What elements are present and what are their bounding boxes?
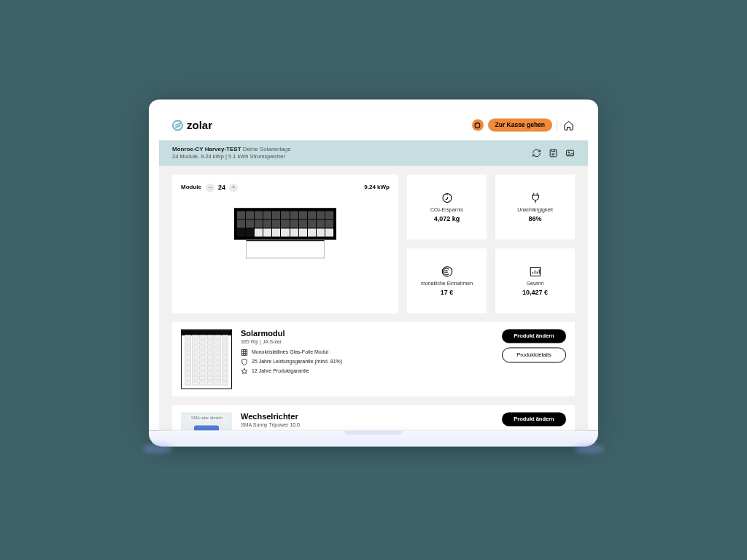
brand-icon (172, 120, 183, 131)
svg-rect-6 (530, 267, 541, 276)
product-feature: Monokristallines Glas-Folie Modul (241, 349, 493, 356)
module-count: 24 (218, 184, 225, 191)
brand-logo[interactable]: zolar (172, 119, 212, 131)
stat-independence-value: 86% (528, 215, 541, 222)
brand-text: zolar (187, 119, 212, 131)
panel-illustration (234, 208, 336, 258)
stat-profit-label: Gewinn (527, 281, 544, 286)
image-icon[interactable] (565, 149, 575, 158)
project-subtitle: Deine Solaranlage (243, 146, 291, 152)
app-header: zolar Zur Kasse gehen (159, 109, 588, 140)
app-viewport: zolar Zur Kasse gehen Monroe (159, 109, 588, 430)
product-details-button[interactable]: Produktdetails (502, 347, 566, 362)
module-configurator-card: Module – 24 + 9.24 kWp (172, 174, 398, 313)
checkout-button[interactable]: Zur Kasse gehen (488, 118, 553, 131)
svg-rect-7 (241, 349, 247, 355)
warranty-icon (241, 358, 248, 365)
stat-co2: CO2-Ersparnis 4,072 kg (407, 174, 487, 239)
change-product-button[interactable]: Produkt ändern (502, 412, 566, 426)
product-image: SMA oder ähnlich (181, 412, 232, 430)
product-title: Wechselrichter (241, 412, 493, 421)
stat-monthly: monatliche Einnahmen 17 € (407, 248, 487, 313)
product-card-solarmodule: Solarmodul 385 Wp | JA Solar Monokristal… (172, 322, 575, 396)
product-image (181, 329, 232, 389)
project-banner: Monroe-CY Harvey-TEST Deine Solaranlage … (159, 140, 588, 166)
stat-independence-label: Unabhängigkeit (517, 207, 553, 212)
module-increment-button[interactable]: + (229, 183, 238, 192)
main-content: Module – 24 + 9.24 kWp (159, 166, 588, 430)
module-power: 9.24 kWp (364, 184, 390, 191)
guarantee-icon (241, 368, 248, 375)
refresh-icon[interactable] (532, 149, 541, 158)
save-icon[interactable] (549, 149, 558, 158)
image-tag: SMA oder ähnlich (188, 415, 225, 421)
stat-independence: Unabhängigkeit 86% (495, 174, 575, 239)
svg-point-3 (568, 152, 570, 153)
product-title: Solarmodul (241, 329, 493, 338)
product-card-inverter: SMA oder ähnlich Wechselrichter SMA Sunn… (172, 405, 575, 430)
chart-icon (529, 265, 542, 278)
module-label: Module (181, 184, 201, 191)
divider (557, 119, 557, 131)
product-feature: 25 Jahre Leistungsgarantie (mind. 81%) (241, 358, 493, 365)
leaf-icon (441, 191, 454, 204)
product-subtitle: SMA Sunny Tripower 10.0 (241, 422, 493, 427)
module-decrement-button[interactable]: – (206, 183, 214, 192)
product-subtitle: 385 Wp | JA Solar (241, 339, 493, 344)
stat-profit: Gewinn 10,427 € (495, 248, 575, 313)
header-actions: Zur Kasse gehen (472, 118, 576, 131)
stat-monthly-value: 17 € (441, 289, 454, 296)
stats-grid: CO2-Ersparnis 4,072 kg Unabhängigkeit 86… (407, 174, 575, 313)
stat-monthly-label: monatliche Einnahmen (421, 281, 473, 286)
project-title-row: Monroe-CY Harvey-TEST Deine Solaranlage (172, 145, 291, 153)
home-button[interactable] (562, 118, 575, 131)
product-feature: 12 Jahre Produktgarantie (241, 368, 493, 375)
stat-co2-value: 4,072 kg (434, 215, 460, 222)
svg-point-0 (475, 122, 480, 128)
stat-co2-label: CO2-Ersparnis (430, 207, 463, 212)
plug-icon (529, 191, 542, 204)
info-chip-icon[interactable] (472, 119, 484, 131)
module-type-icon (241, 349, 248, 356)
change-product-button[interactable]: Produkt ändern (502, 329, 566, 343)
module-stepper: – 24 + (206, 183, 238, 192)
stat-profit-value: 10,427 € (522, 289, 548, 296)
project-name: Monroe-CY Harvey-TEST (172, 146, 241, 152)
svg-rect-1 (550, 149, 557, 157)
euro-icon (441, 265, 454, 278)
banner-tools (532, 149, 575, 158)
project-meta: 24 Module, 9.24 kWp | 5.1 kWh Stromspeic… (172, 154, 291, 162)
